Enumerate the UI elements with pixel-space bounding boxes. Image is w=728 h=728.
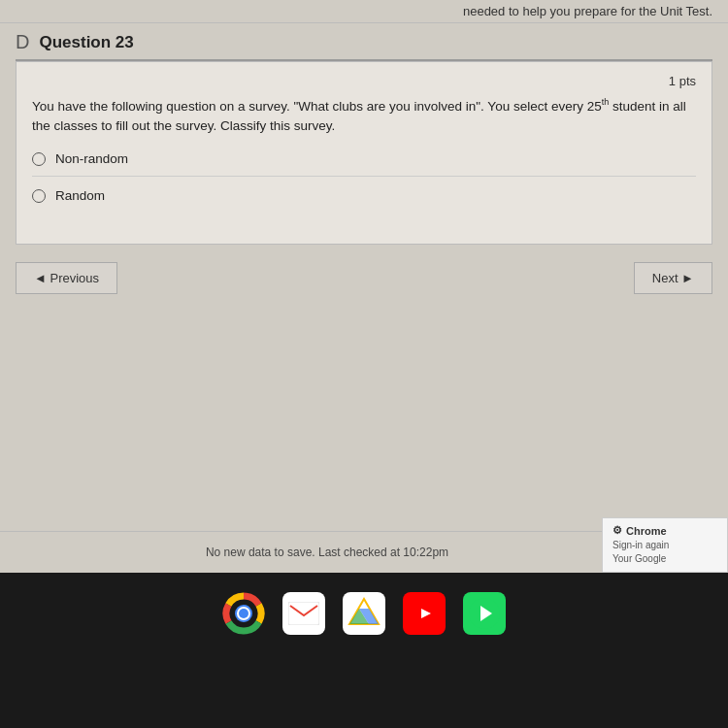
question-header: D Question 23 bbox=[16, 23, 712, 61]
question-body-start: You have the following question on a sur… bbox=[32, 99, 602, 114]
radio-random[interactable] bbox=[32, 189, 46, 203]
svg-rect-4 bbox=[288, 602, 319, 625]
taskbar-gmail-icon[interactable] bbox=[282, 592, 325, 635]
chrome-notif-title: ⚙ Chrome bbox=[612, 524, 717, 537]
chrome-notif-line2: Your Google bbox=[612, 552, 717, 566]
question-letter: D bbox=[16, 31, 29, 53]
nav-buttons: ◄ Previous Next ► bbox=[0, 252, 728, 304]
option-non-random[interactable]: Non-random bbox=[32, 151, 696, 177]
taskbar bbox=[0, 573, 728, 728]
taskbar-youtube-icon[interactable] bbox=[403, 592, 446, 635]
question-body: You have the following question on a sur… bbox=[32, 96, 696, 136]
option-random[interactable]: Random bbox=[32, 188, 696, 213]
radio-non-random[interactable] bbox=[32, 152, 46, 166]
previous-button[interactable]: ◄ Previous bbox=[16, 262, 117, 294]
taskbar-chrome-icon[interactable] bbox=[222, 592, 265, 635]
question-title: Question 23 bbox=[39, 33, 133, 52]
chrome-notif-line1: Sign-in again bbox=[612, 539, 717, 552]
top-banner-text: needed to help you prepare for the Unit … bbox=[463, 4, 712, 18]
question-container: D Question 23 1 pts You have the followi… bbox=[0, 23, 728, 252]
gear-icon: ⚙ bbox=[612, 524, 622, 537]
option-non-random-label: Non-random bbox=[55, 151, 128, 166]
question-box: 1 pts You have the following question on… bbox=[16, 61, 712, 245]
svg-point-3 bbox=[239, 609, 248, 618]
taskbar-play-icon[interactable] bbox=[463, 592, 506, 635]
points-badge: 1 pts bbox=[32, 74, 696, 88]
next-button[interactable]: Next ► bbox=[634, 262, 712, 294]
chrome-notification: ⚙ Chrome Sign-in again Your Google bbox=[602, 517, 728, 573]
top-banner: needed to help you prepare for the Unit … bbox=[0, 0, 728, 23]
save-status: No new data to save. Last checked at 10:… bbox=[16, 546, 639, 559]
taskbar-drive-icon[interactable] bbox=[343, 592, 385, 635]
option-random-label: Random bbox=[55, 188, 105, 203]
